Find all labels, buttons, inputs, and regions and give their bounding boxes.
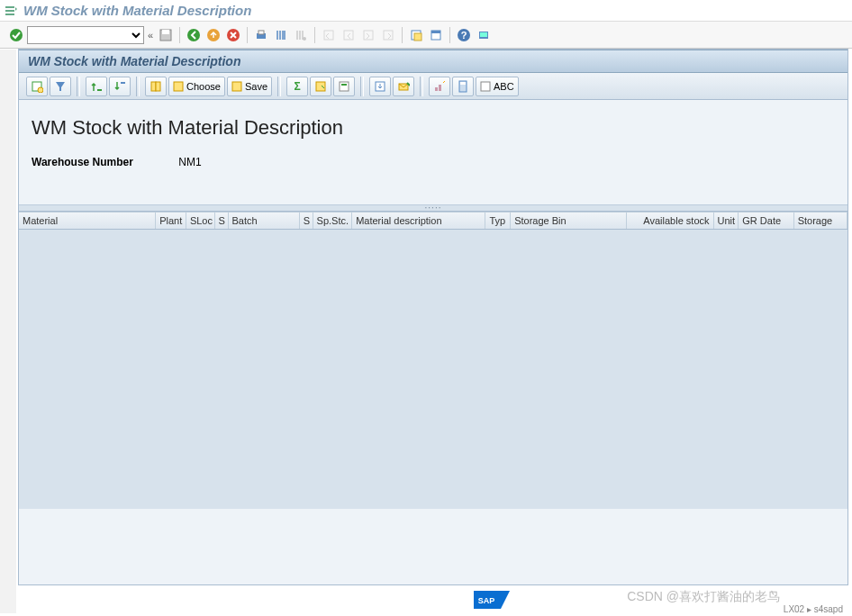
svg-rect-35 — [341, 84, 347, 86]
svg-rect-1 — [5, 10, 14, 12]
svg-rect-27 — [121, 82, 125, 84]
splitter[interactable] — [19, 204, 847, 212]
svg-text:SAP: SAP — [478, 596, 495, 605]
svg-rect-19 — [431, 31, 440, 33]
svg-point-6 — [187, 29, 200, 41]
svg-point-25 — [38, 87, 43, 93]
status-extra: s4sapd — [814, 604, 843, 614]
next-page-icon[interactable] — [359, 26, 377, 44]
filter-button[interactable] — [50, 77, 71, 96]
first-page-icon[interactable] — [320, 26, 338, 44]
choose-button[interactable]: Choose — [168, 77, 225, 96]
column-header[interactable]: Material — [19, 213, 156, 229]
alv-toolbar: Choose Save Σ ABC — [19, 73, 847, 100]
back-button[interactable] — [185, 26, 203, 44]
svg-rect-34 — [340, 82, 349, 91]
warehouse-row: Warehouse Number NM1 — [32, 156, 835, 168]
save-icon[interactable] — [157, 26, 175, 44]
column-header[interactable]: Plant — [156, 213, 186, 229]
layout-button[interactable] — [145, 77, 167, 96]
svg-rect-30 — [174, 82, 183, 91]
panel-title: WM Stock with Material Description — [28, 54, 240, 68]
status-bar: LX02 ▸ s4sapd — [784, 604, 843, 614]
last-page-icon[interactable] — [379, 26, 397, 44]
details-button[interactable] — [26, 77, 48, 96]
svg-rect-0 — [5, 6, 14, 8]
watermark: CSDN @喜欢打酱油的老鸟 — [627, 589, 780, 605]
svg-rect-28 — [151, 82, 156, 91]
svg-point-11 — [303, 37, 306, 41]
column-header[interactable]: Sp.Stc. — [313, 213, 353, 229]
subtotal-button[interactable] — [310, 77, 331, 96]
main-toolbar: « ? — [0, 22, 852, 49]
download-button[interactable] — [369, 77, 391, 96]
svg-rect-39 — [439, 85, 441, 91]
window-title-bar: WM Stock with Material Description — [0, 0, 852, 22]
svg-rect-23 — [480, 32, 487, 37]
help-icon[interactable]: ? — [455, 26, 473, 44]
column-header[interactable]: Unit — [714, 213, 739, 229]
column-header[interactable]: SLoc — [186, 213, 215, 229]
prev-page-icon[interactable] — [340, 26, 358, 44]
column-header[interactable]: Material description — [352, 213, 485, 229]
sort-desc-button[interactable] — [109, 77, 131, 96]
svg-rect-17 — [414, 33, 421, 41]
sort-asc-button[interactable] — [86, 77, 107, 96]
warehouse-value: NM1 — [178, 156, 201, 168]
svg-rect-42 — [481, 82, 490, 91]
find-next-icon[interactable] — [292, 26, 310, 44]
content-frame: WM Stock with Material Description Choos… — [18, 49, 848, 585]
svg-rect-10 — [258, 31, 264, 34]
svg-rect-38 — [435, 87, 438, 91]
layout-icon[interactable] — [427, 26, 445, 44]
abc-label: ABC — [494, 81, 514, 92]
enter-button[interactable] — [7, 26, 25, 44]
column-header[interactable]: Storage Bin — [511, 213, 627, 229]
cancel-button[interactable] — [224, 26, 242, 44]
calc-button[interactable] — [452, 77, 474, 96]
column-header[interactable]: GR Date — [739, 213, 793, 229]
sap-logo: SAP — [474, 591, 510, 611]
grid-header-row: MaterialPlantSLocSBatchSSp.Stc.Material … — [19, 212, 847, 230]
svg-rect-5 — [162, 30, 169, 34]
window-title: WM Stock with Material Description — [23, 3, 251, 18]
save-layout-button[interactable]: Save — [227, 77, 272, 96]
menu-icon[interactable] — [4, 4, 18, 18]
new-session-icon[interactable] — [407, 26, 425, 44]
svg-rect-41 — [460, 82, 466, 85]
print-icon[interactable] — [252, 26, 270, 44]
choose-label: Choose — [186, 81, 221, 92]
column-header[interactable]: Typ — [485, 213, 511, 229]
tcode: LX02 — [784, 604, 804, 614]
svg-rect-2 — [5, 14, 14, 15]
find-icon[interactable] — [272, 26, 290, 44]
mail-button[interactable] — [393, 77, 414, 96]
graphic-button[interactable] — [429, 77, 450, 96]
svg-point-3 — [10, 29, 23, 41]
column-header[interactable]: Storage — [794, 213, 847, 229]
column-header[interactable]: Available stock — [627, 213, 714, 229]
column-header[interactable]: S — [215, 213, 229, 229]
warehouse-label: Warehouse Number — [32, 156, 176, 168]
column-header[interactable]: Batch — [229, 213, 300, 229]
panel-title-bar: WM Stock with Material Description — [19, 50, 847, 73]
chevron-left-icon[interactable]: « — [148, 30, 153, 41]
exit-button[interactable] — [204, 26, 222, 44]
export-button[interactable] — [333, 77, 355, 96]
report-header: WM Stock with Material Description Wareh… — [19, 100, 847, 204]
save-label: Save — [245, 81, 267, 92]
svg-rect-29 — [156, 82, 160, 91]
alv-grid[interactable]: MaterialPlantSLocSBatchSSp.Stc.Material … — [19, 212, 847, 509]
sum-button[interactable]: Σ — [286, 77, 308, 96]
column-header[interactable]: S — [300, 213, 313, 229]
report-title: WM Stock with Material Description — [32, 116, 835, 140]
svg-rect-31 — [232, 82, 241, 91]
abc-button[interactable]: ABC — [476, 77, 519, 96]
left-margin — [0, 50, 16, 613]
svg-rect-33 — [316, 82, 325, 91]
customize-icon[interactable] — [475, 26, 493, 44]
svg-text:Σ: Σ — [294, 80, 300, 93]
command-field[interactable] — [27, 26, 144, 44]
svg-text:?: ? — [461, 30, 467, 41]
svg-rect-26 — [97, 89, 102, 91]
